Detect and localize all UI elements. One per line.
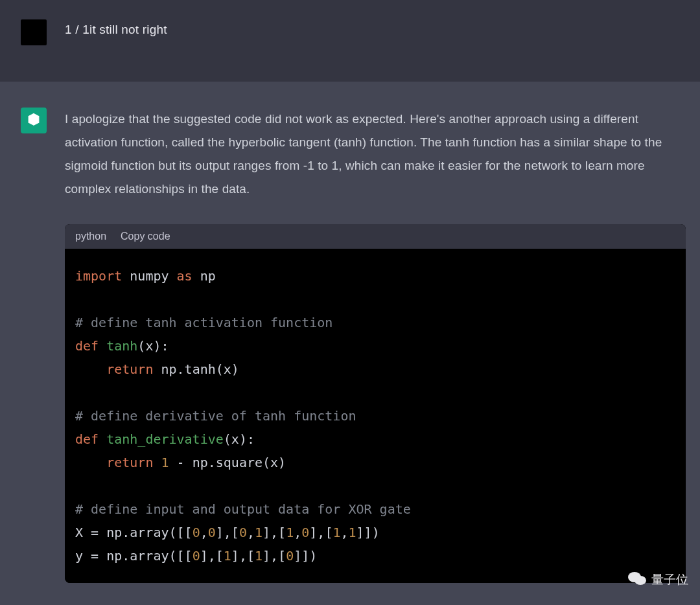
- code-language-label: python: [75, 231, 106, 242]
- assistant-paragraph: I apologize that the suggested code did …: [65, 108, 686, 201]
- assistant-content: I apologize that the suggested code did …: [65, 108, 692, 583]
- user-message-counter: 1 / 1: [65, 23, 89, 36]
- code-block-header: python Copy code: [65, 224, 686, 249]
- code-block: python Copy code import numpy as np # de…: [65, 224, 686, 583]
- code-body: import numpy as np # define tanh activat…: [65, 249, 686, 583]
- assistant-message-block: I apologize that the suggested code did …: [0, 82, 700, 605]
- copy-code-button[interactable]: Copy code: [121, 231, 170, 242]
- openai-logo-icon: [25, 111, 43, 130]
- user-message-block: 1 / 1it still not right: [0, 0, 700, 82]
- user-message-body: it still not right: [89, 23, 167, 36]
- user-message-text: 1 / 1it still not right: [65, 17, 167, 39]
- assistant-avatar: [21, 108, 47, 133]
- user-avatar: [21, 19, 47, 45]
